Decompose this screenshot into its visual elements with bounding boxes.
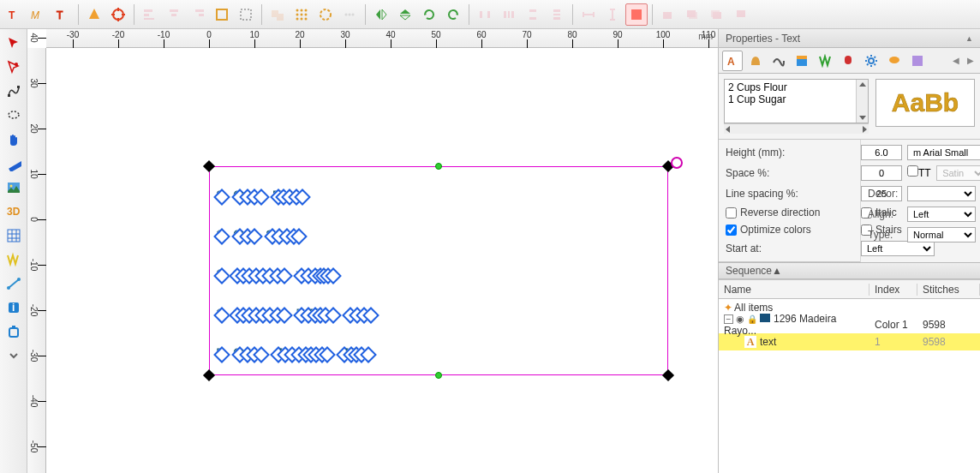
layer-1-icon[interactable] — [657, 3, 679, 26]
more-tools-icon[interactable] — [3, 344, 25, 367]
align-left-icon[interactable] — [139, 3, 161, 26]
reverse-checkbox[interactable] — [726, 207, 737, 219]
grid-dots-icon[interactable] — [290, 3, 313, 26]
text-line-5[interactable]: 5 Cups chocolate chips — [217, 328, 370, 364]
svg-rect-49 — [9, 160, 21, 171]
info-icon[interactable]: i — [3, 296, 25, 319]
resize-handle-nw[interactable] — [203, 160, 215, 172]
tab-shape-icon[interactable] — [745, 51, 766, 71]
flip-h-icon[interactable] — [370, 3, 392, 26]
text-line-2[interactable]: 1 Cup Sugar — [217, 210, 300, 246]
select-tool-icon[interactable] — [3, 33, 25, 55]
text-line-4[interactable]: 1 teaspoon baking soda — [217, 289, 373, 325]
selection-box[interactable]: 2 Cups Flour 1 Cup Sugar 1 teaspoon vani… — [209, 166, 668, 375]
rect-select-icon[interactable] — [211, 3, 233, 26]
tt-label: TT — [918, 167, 930, 179]
rotate-ccw-icon[interactable] — [442, 3, 464, 26]
spacing-h-icon[interactable] — [577, 3, 600, 26]
seq-row-text[interactable]: Atext 1 9598 — [719, 333, 980, 350]
tab-nav-left-icon[interactable]: ◀ — [950, 56, 962, 65]
bounding-box-icon[interactable] — [625, 3, 648, 26]
layer-2-icon[interactable] — [681, 3, 703, 26]
svg-point-55 — [17, 278, 21, 281]
pan-hand-icon[interactable] — [3, 129, 25, 151]
rotate-handle-top[interactable] — [435, 163, 442, 170]
resize-handle-se[interactable] — [662, 369, 674, 381]
tab-extra-icon[interactable] — [907, 51, 928, 71]
dots-icon[interactable] — [338, 3, 361, 26]
distribute-1-icon[interactable] — [474, 3, 496, 26]
svg-rect-46 — [8, 94, 10, 97]
align-right-icon[interactable] — [187, 3, 209, 26]
rotate-handle-bottom[interactable] — [435, 372, 442, 379]
center-target-icon[interactable] — [107, 3, 129, 26]
svg-rect-4 — [144, 9, 152, 12]
optimize-checkbox[interactable] — [726, 225, 737, 236]
svg-rect-65 — [912, 56, 923, 66]
seq-row-color[interactable]: −◉🔒1296 Madeira Rayo... Color 1 9598 — [719, 316, 980, 333]
tab-settings-icon[interactable] — [861, 51, 881, 71]
align-select[interactable]: Left — [907, 207, 976, 222]
layer-4-icon[interactable] — [729, 3, 751, 26]
type-select[interactable]: Normal — [907, 227, 976, 242]
text-line-1[interactable]: 2 Cups Flour — [217, 171, 303, 207]
align-center-h-icon[interactable] — [163, 3, 185, 26]
tab-path-icon[interactable] — [768, 51, 789, 71]
svg-rect-59 — [12, 326, 15, 328]
canvas-area: mm -30-20-100102030405060708090100110 40… — [27, 29, 718, 473]
edit-points-icon[interactable] — [3, 81, 25, 103]
rotate-cw-icon[interactable] — [418, 3, 440, 26]
tab-fill-icon[interactable] — [792, 51, 812, 71]
text-tool-icon[interactable]: T — [3, 3, 26, 26]
grid-view-icon[interactable] — [3, 225, 25, 247]
tab-applique-icon[interactable] — [838, 51, 858, 71]
svg-rect-6 — [144, 18, 154, 20]
svg-text:T: T — [57, 9, 63, 21]
properties-header: Properties - Text ▲ — [719, 29, 980, 48]
node-select-icon[interactable] — [3, 57, 25, 79]
col-stitches: Stitches — [917, 284, 980, 296]
shape-tool-icon[interactable] — [83, 3, 105, 26]
3d-view-icon[interactable]: 3D — [3, 201, 25, 223]
tab-comment-icon[interactable] — [884, 51, 905, 71]
circle-dashed-icon[interactable] — [314, 3, 337, 26]
group-icon[interactable] — [266, 3, 289, 26]
monogram-icon[interactable]: M — [27, 3, 50, 26]
stitch-w-icon[interactable] — [3, 248, 25, 271]
text-outline-icon[interactable]: T — [51, 3, 74, 26]
tab-nav-right-icon[interactable]: ▶ — [965, 56, 977, 65]
distribute-2-icon[interactable] — [498, 3, 520, 26]
hoop-icon[interactable] — [3, 320, 25, 343]
svg-point-22 — [301, 17, 303, 20]
flip-v-icon[interactable] — [394, 3, 416, 26]
font-select[interactable]: m Arial Small — [907, 145, 980, 160]
decor-select[interactable] — [907, 186, 976, 201]
svg-text:i: i — [12, 302, 15, 314]
tab-stitch-icon[interactable] — [815, 51, 835, 71]
tt-style-select[interactable]: Satin — [936, 165, 980, 181]
linespace-label: Line spacing %: — [726, 188, 861, 200]
marquee-icon[interactable] — [235, 3, 257, 26]
tt-checkbox[interactable] — [907, 165, 918, 177]
resize-handle-sw[interactable] — [203, 369, 215, 381]
text-input[interactable] — [725, 80, 856, 123]
rotate-handle[interactable] — [671, 157, 683, 169]
svg-rect-58 — [9, 328, 18, 337]
text-line-3[interactable]: 1 teaspoon vanilla — [217, 249, 335, 285]
svg-rect-9 — [195, 9, 204, 12]
distribute-4-icon[interactable] — [546, 3, 568, 26]
ruler-tool-icon[interactable] — [3, 153, 25, 175]
design-canvas[interactable]: 2 Cups Flour 1 Cup Sugar 1 teaspoon vani… — [46, 48, 718, 473]
svg-point-18 — [296, 13, 299, 15]
distribute-3-icon[interactable] — [522, 3, 544, 26]
textarea-scrollbar[interactable] — [856, 80, 868, 123]
lasso-icon[interactable] — [3, 105, 25, 127]
spacing-v-icon[interactable] — [601, 3, 624, 26]
svg-point-21 — [296, 17, 299, 20]
svg-rect-53 — [8, 230, 20, 242]
tab-text-icon[interactable]: A — [722, 51, 743, 71]
layer-3-icon[interactable] — [705, 3, 727, 26]
image-icon[interactable] — [3, 177, 25, 199]
vector-line-icon[interactable] — [3, 272, 25, 295]
textarea-hscroll[interactable] — [724, 123, 869, 134]
